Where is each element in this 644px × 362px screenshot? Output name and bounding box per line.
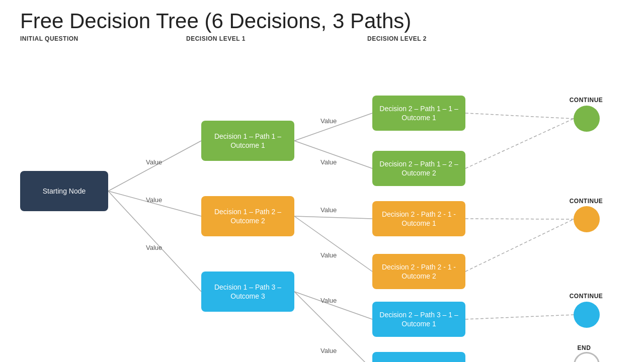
diagram-area: Value Value Value Value Value Value Valu… — [0, 55, 644, 362]
l2-node-3b[interactable]: Decision 2 – Path 3 – 2 – Outcome 2 — [372, 352, 465, 362]
value-start-l1-3: Value — [146, 244, 162, 251]
value-l1-2-l2-2a: Value — [320, 206, 337, 214]
end-label: END — [567, 344, 601, 351]
svg-line-5 — [294, 216, 372, 219]
value-l1-1-l2-1b: Value — [320, 158, 337, 166]
svg-line-7 — [294, 292, 372, 319]
l2-node-3a[interactable]: Decision 2 – Path 3 – 1 – Outcome 1 — [372, 302, 465, 337]
svg-line-1 — [108, 191, 201, 216]
value-l1-1-l2-1a: Value — [320, 117, 337, 125]
l2-node-1a[interactable]: Decision 2 – Path 1 – 1 – Outcome 1 — [372, 96, 465, 131]
start-node[interactable]: Starting Node — [20, 171, 108, 211]
svg-line-6 — [294, 216, 372, 272]
header-level2: DECISION LEVEL 2 — [367, 35, 478, 42]
value-start-l1-1: Value — [146, 158, 162, 166]
page-title: Free Decision Tree (6 Decisions, 3 Paths… — [0, 0, 644, 35]
svg-line-2 — [108, 191, 201, 292]
circle-continue-1 — [574, 106, 600, 132]
value-l1-3-l2-3b: Value — [320, 347, 337, 354]
header-initial: INITIAL QUESTION — [20, 35, 126, 42]
value-start-l1-2: Value — [146, 196, 162, 204]
continue-label-1: CONTINUE — [556, 97, 616, 104]
value-l1-3-l2-3a: Value — [320, 297, 337, 304]
svg-line-12 — [465, 219, 574, 272]
l2-node-2b[interactable]: Decision 2 - Path 2 - 1 - Outcome 2 — [372, 254, 465, 289]
continue-label-3: CONTINUE — [556, 293, 616, 300]
header-level1: DECISION LEVEL 1 — [186, 35, 287, 42]
svg-line-10 — [465, 119, 574, 168]
l2-node-2a[interactable]: Decision 2 - Path 2 - 1 - Outcome 1 — [372, 201, 465, 236]
circle-continue-3 — [574, 302, 600, 328]
circle-end — [574, 352, 600, 362]
l1-node-1[interactable]: Decision 1 – Path 1 – Outcome 1 — [201, 121, 294, 161]
value-l1-2-l2-2b: Value — [320, 251, 337, 259]
svg-line-11 — [465, 219, 574, 219]
circle-continue-2 — [574, 206, 600, 232]
continue-label-2: CONTINUE — [556, 198, 616, 205]
l2-node-1b[interactable]: Decision 2 – Path 1 – 2 – Outcome 2 — [372, 151, 465, 186]
svg-line-13 — [465, 315, 574, 319]
svg-line-0 — [108, 141, 201, 191]
l1-node-3[interactable]: Decision 1 – Path 3 – Outcome 3 — [201, 272, 294, 312]
l1-node-2[interactable]: Decision 1 – Path 2 – Outcome 2 — [201, 196, 294, 236]
svg-line-9 — [465, 113, 574, 119]
